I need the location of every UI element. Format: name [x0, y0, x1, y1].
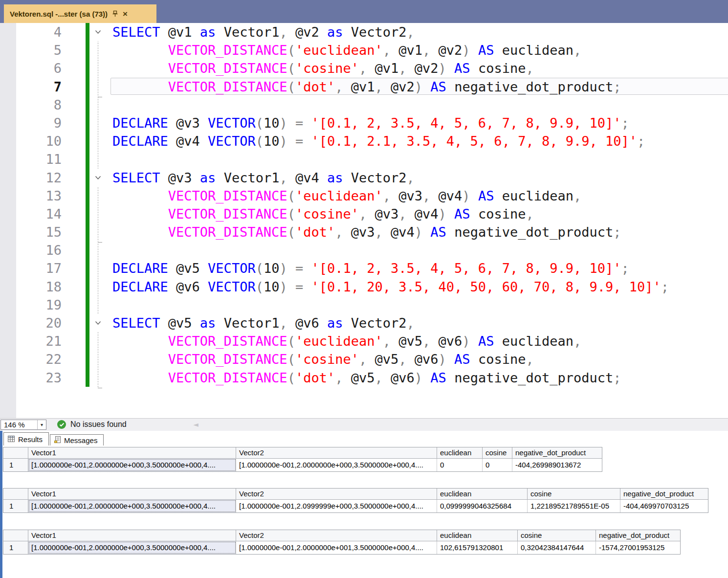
line-number: 6 — [0, 59, 62, 77]
grid-cell[interactable]: [1.0000000e-001,2.0999999e+000,3.5000000… — [236, 500, 437, 512]
code-text: VECTOR_DISTANCE('euclidean', @v1, @v2) A… — [112, 41, 581, 59]
column-header[interactable]: Vector2 — [236, 489, 437, 500]
grid-cell[interactable]: 0,0999999046325684 — [437, 500, 528, 512]
code-line[interactable]: 8 — [0, 96, 728, 114]
document-tab-title: Vektoren.sql -...ster (sa (73)) — [10, 10, 108, 18]
grid-corner[interactable] — [3, 530, 28, 541]
column-header[interactable]: Vector1 — [28, 530, 236, 541]
grid-cell[interactable]: [1.0000000e-001,2.0000000e+000,3.5000000… — [236, 459, 437, 471]
check-icon — [57, 420, 66, 429]
close-icon[interactable]: × — [123, 10, 128, 18]
column-header[interactable]: Vector2 — [236, 530, 437, 541]
code-line[interactable]: 14 VECTOR_DISTANCE('cosine', @v3, @v4) A… — [0, 205, 728, 223]
line-number: 14 — [0, 205, 62, 223]
column-header[interactable]: negative_dot_product — [512, 447, 602, 459]
fold-collapse-icon[interactable] — [94, 169, 102, 187]
grid-cell[interactable]: -404,269989013672 — [512, 459, 602, 471]
column-header[interactable]: cosine — [528, 489, 620, 500]
grid-cell[interactable]: 0 — [437, 459, 483, 471]
code-line[interactable]: 7 VECTOR_DISTANCE('dot', @v1, @v2) AS ne… — [0, 78, 728, 96]
column-header[interactable]: cosine — [518, 530, 596, 541]
line-number: 19 — [0, 296, 62, 314]
code-line[interactable]: 11 — [0, 150, 728, 168]
code-line[interactable] — [0, 387, 728, 405]
code-text: VECTOR_DISTANCE('euclidean', @v5, @v6) A… — [112, 332, 581, 350]
column-header[interactable]: negative_dot_product — [596, 530, 680, 541]
code-line[interactable]: 10DECLARE @v4 VECTOR(10) = '[0.1, 2.1, 3… — [0, 132, 728, 150]
column-header[interactable]: negative_dot_product — [620, 489, 708, 500]
code-text: VECTOR_DISTANCE('cosine', @v1, @v2) AS c… — [112, 59, 534, 77]
result-grid: Vector1Vector2euclideancosinenegative_do… — [3, 488, 708, 513]
code-lines: 4SELECT @v1 as Vector1, @v2 as Vector2,5… — [0, 23, 728, 405]
health-status-text: No issues found — [70, 420, 127, 429]
results-grid-icon — [8, 435, 15, 444]
grid-cell[interactable]: -404,469970703125 — [620, 500, 708, 512]
code-line[interactable]: 23 VECTOR_DISTANCE('dot', @v5, @v6) AS n… — [0, 369, 728, 387]
tab-messages-label: Messages — [64, 436, 97, 445]
line-number: 10 — [0, 132, 62, 150]
code-line[interactable]: 9DECLARE @v3 VECTOR(10) = '[0.1, 2, 3.5,… — [0, 114, 728, 132]
tab-messages[interactable]: Messages — [50, 434, 104, 445]
grid-cell[interactable]: 0 — [483, 459, 512, 471]
document-tab[interactable]: Vektoren.sql -...ster (sa (73)) × — [4, 4, 156, 23]
line-number: 12 — [0, 169, 62, 187]
result-grid: Vector1Vector2euclideancosinenegative_do… — [3, 447, 602, 472]
document-health-indicator[interactable]: No issues found — [57, 420, 127, 429]
result-grid: Vector1Vector2euclideancosinenegative_do… — [3, 530, 681, 555]
messages-doc-icon — [54, 436, 61, 445]
scroll-left-arrow-icon[interactable]: ◄ — [193, 421, 199, 428]
line-number: 17 — [0, 259, 62, 277]
code-text: VECTOR_DISTANCE('dot', @v1, @v2) AS nega… — [112, 78, 621, 96]
column-header[interactable]: euclidean — [437, 530, 518, 541]
grid-cell[interactable]: 1,22189521789551E-05 — [528, 500, 620, 512]
code-line[interactable]: 19 — [0, 296, 728, 314]
code-line[interactable]: 16 — [0, 241, 728, 259]
tab-results[interactable]: Results — [3, 432, 49, 445]
fold-collapse-icon[interactable] — [94, 23, 102, 41]
pin-icon[interactable] — [112, 10, 118, 17]
grid-cell[interactable]: [1.0000000e-001,2.0000000e+000,3.5000000… — [28, 459, 236, 471]
column-header[interactable]: cosine — [483, 447, 512, 459]
code-line[interactable]: 22 VECTOR_DISTANCE('cosine', @v5, @v6) A… — [0, 350, 728, 368]
results-pane: Results Messages Vector1Vector2euclidean… — [0, 431, 728, 578]
zoom-select[interactable]: 146 % ▾ — [0, 420, 46, 430]
line-number: 11 — [0, 150, 62, 168]
code-line[interactable]: 4SELECT @v1 as Vector1, @v2 as Vector2, — [0, 23, 728, 41]
fold-collapse-icon[interactable] — [94, 314, 102, 332]
column-header[interactable]: Vector1 — [28, 489, 236, 500]
code-line[interactable]: 21 VECTOR_DISTANCE('euclidean', @v5, @v6… — [0, 332, 728, 350]
row-header[interactable]: 1 — [3, 459, 28, 471]
code-line[interactable]: 5 VECTOR_DISTANCE('euclidean', @v1, @v2)… — [0, 41, 728, 59]
line-number: 16 — [0, 241, 62, 259]
grid-cell[interactable]: 102,615791320801 — [437, 541, 518, 554]
grid-cell[interactable]: 0,32042384147644 — [518, 541, 596, 554]
code-line[interactable]: 13 VECTOR_DISTANCE('euclidean', @v3, @v4… — [0, 187, 728, 205]
row-header[interactable]: 1 — [3, 500, 28, 512]
code-editor[interactable]: 4SELECT @v1 as Vector1, @v2 as Vector2,5… — [0, 23, 728, 418]
grid-cell[interactable]: [1.0000000e-001,2.0000000e+000,3.5000000… — [28, 541, 236, 554]
grid-cell[interactable]: [1.0000000e-001,2.0000000e+000,3.5000000… — [28, 500, 236, 512]
line-number: 8 — [0, 96, 62, 114]
code-text: SELECT @v1 as Vector1, @v2 as Vector2, — [112, 23, 415, 41]
code-line[interactable]: 17DECLARE @v5 VECTOR(10) = '[0.1, 2, 3.5… — [0, 259, 728, 277]
code-line[interactable]: 12SELECT @v3 as Vector1, @v4 as Vector2, — [0, 169, 728, 187]
grid-cell[interactable]: -1574,27001953125 — [596, 541, 680, 554]
column-header[interactable]: euclidean — [437, 489, 528, 500]
grid-corner[interactable] — [3, 489, 28, 500]
row-header[interactable]: 1 — [3, 541, 28, 554]
chevron-down-icon: ▾ — [37, 420, 46, 429]
line-number: 7 — [0, 78, 62, 96]
grid-corner[interactable] — [3, 447, 28, 459]
column-header[interactable]: Vector2 — [236, 447, 437, 459]
code-text: DECLARE @v5 VECTOR(10) = '[0.1, 2, 3.5, … — [112, 259, 629, 277]
code-text: VECTOR_DISTANCE('cosine', @v5, @v6) AS c… — [112, 350, 534, 368]
code-line[interactable]: 15 VECTOR_DISTANCE('dot', @v3, @v4) AS n… — [0, 223, 728, 241]
grid-cell[interactable]: [1.0000000e-001,2.0000000e+001,3.5000000… — [236, 541, 437, 554]
code-line[interactable]: 18DECLARE @v6 VECTOR(10) = '[0.1, 20, 3.… — [0, 278, 728, 296]
code-line[interactable]: 20SELECT @v5 as Vector1, @v6 as Vector2, — [0, 314, 728, 332]
code-line[interactable]: 6 VECTOR_DISTANCE('cosine', @v1, @v2) AS… — [0, 59, 728, 77]
code-text: SELECT @v5 as Vector1, @v6 as Vector2, — [112, 314, 415, 332]
column-header[interactable]: Vector1 — [28, 447, 236, 459]
line-number: 18 — [0, 278, 62, 296]
column-header[interactable]: euclidean — [437, 447, 483, 459]
